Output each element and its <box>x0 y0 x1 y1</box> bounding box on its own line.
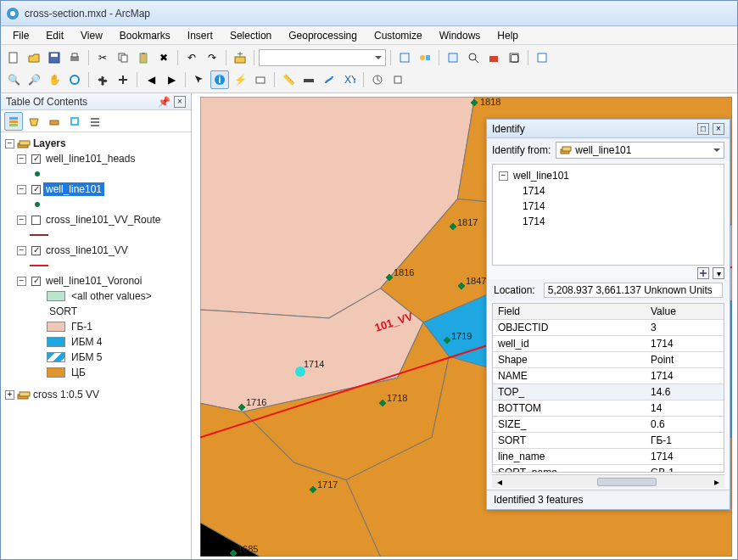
new-doc-button[interactable] <box>4 48 23 67</box>
goto-xy-button[interactable]: XY <box>340 70 359 89</box>
layer-checkbox[interactable] <box>31 154 41 164</box>
layer-checkbox[interactable] <box>31 246 41 255</box>
menu-bookmarks[interactable]: Bookmarks <box>113 28 177 43</box>
prev-extent-button[interactable]: ◀ <box>142 70 160 89</box>
open-button[interactable] <box>25 48 43 67</box>
col-field[interactable]: Field <box>493 304 646 320</box>
toc-close-button[interactable]: × <box>174 96 186 108</box>
scrollbar-thumb[interactable] <box>597 478 657 486</box>
menu-windows[interactable]: Windows <box>433 28 488 43</box>
full-extent-button[interactable] <box>65 70 84 89</box>
identify-title-bar[interactable]: Identify □ × <box>487 120 730 138</box>
list-by-selection-icon[interactable] <box>65 112 84 131</box>
menu-insert[interactable]: Insert <box>181 28 220 43</box>
root-layers[interactable]: Layers <box>31 137 69 150</box>
menu-help[interactable]: Help <box>490 28 525 43</box>
layer-cross-route[interactable]: cross_line101_VV_Route <box>43 213 163 227</box>
identify-tree[interactable]: −well_line101 1714 1714 1714 <box>492 164 724 266</box>
expand-icon[interactable]: − <box>17 246 26 255</box>
layer-well-line101[interactable]: well_line101 <box>43 182 104 196</box>
attr-value: 1714 <box>646 449 724 465</box>
layer-checkbox[interactable] <box>31 216 41 225</box>
zoom-out-button[interactable]: 🔎 <box>25 70 43 89</box>
expand-icon[interactable]: − <box>17 154 26 164</box>
voronoi-v3[interactable]: ИБМ 5 <box>69 350 105 364</box>
catalog-window-icon[interactable] <box>444 48 462 67</box>
editor-toolbar-icon[interactable] <box>395 48 414 67</box>
html-popup-icon[interactable] <box>251 70 270 89</box>
identify-tree-item[interactable]: 1714 <box>520 215 548 228</box>
identify-from-combo[interactable]: well_line101 <box>556 142 724 159</box>
expand-icon[interactable]: − <box>17 185 26 194</box>
expand-icon[interactable]: − <box>499 171 508 181</box>
select-elements-button[interactable] <box>190 70 209 89</box>
find-button[interactable] <box>299 70 318 89</box>
layer-well-heads[interactable]: well_line101_heads <box>43 152 137 165</box>
next-extent-button[interactable]: ▶ <box>162 70 181 89</box>
identify-title: Identify <box>492 123 694 135</box>
add-data-button[interactable]: ＋ <box>231 48 249 67</box>
fixed-zoom-out-icon[interactable] <box>114 70 132 89</box>
map-view[interactable]: 1818 1817 1816 1847 1719 1714 1716 1718 … <box>192 93 737 560</box>
find-route-icon[interactable] <box>320 70 338 89</box>
identify-tree-item[interactable]: 1714 <box>520 199 548 213</box>
hyperlink-icon[interactable]: ⚡ <box>231 70 249 89</box>
attr-value: 3 <box>646 320 724 336</box>
layer-checkbox[interactable] <box>31 277 41 286</box>
search-window-icon[interactable] <box>464 48 483 67</box>
layer-voronoi[interactable]: well_line101_Voronoi <box>43 274 144 288</box>
menu-file[interactable]: File <box>6 28 36 43</box>
print-button[interactable] <box>65 48 84 67</box>
expand-icon[interactable]: − <box>17 216 26 225</box>
paste-button[interactable] <box>134 48 153 67</box>
menu-view[interactable]: View <box>74 28 109 43</box>
identify-location-tool-icon[interactable] <box>697 267 709 279</box>
identify-tree-root[interactable]: well_line101 <box>511 169 572 182</box>
redo-button[interactable]: ↷ <box>203 48 221 67</box>
voronoi-v4[interactable]: ЦБ <box>69 366 88 379</box>
fixed-zoom-in-icon[interactable] <box>93 70 112 89</box>
dataframe-cross[interactable]: cross 1:0.5 VV <box>31 388 102 401</box>
col-value[interactable]: Value <box>646 304 724 320</box>
copy-button[interactable] <box>114 48 132 67</box>
list-by-visibility-icon[interactable] <box>45 112 64 131</box>
delete-button[interactable]: ✖ <box>154 48 173 67</box>
list-by-drawing-order-icon[interactable] <box>4 112 23 131</box>
expand-icon[interactable]: + <box>5 390 14 400</box>
horizontal-scrollbar[interactable]: ◂▸ <box>492 474 724 488</box>
menu-edit[interactable]: Edit <box>39 28 70 43</box>
menu-geoprocessing[interactable]: Geoprocessing <box>282 28 364 43</box>
menu-customize[interactable]: Customize <box>367 28 429 43</box>
list-by-source-icon[interactable] <box>25 112 43 131</box>
python-window-icon[interactable]: ▢ <box>505 48 523 67</box>
identify-more-icon[interactable]: ▾ <box>713 267 724 279</box>
identify-restore-button[interactable]: □ <box>697 123 709 135</box>
measure-icon[interactable]: 📏 <box>279 70 298 89</box>
arc-toolbox-icon[interactable] <box>484 48 503 67</box>
expand-icon[interactable]: − <box>17 277 26 286</box>
identify-attributes-table[interactable]: FieldValue OBJECTID3 well_id1714 ShapePo… <box>492 303 724 473</box>
viewer-window-icon[interactable] <box>389 70 407 89</box>
georeferencing-icon[interactable] <box>533 48 551 67</box>
layer-checkbox[interactable] <box>31 185 41 194</box>
expand-icon[interactable]: − <box>5 139 14 148</box>
toc-options-icon[interactable] <box>86 112 104 131</box>
menu-selection[interactable]: Selection <box>223 28 278 43</box>
zoom-in-button[interactable]: 🔍 <box>4 70 23 89</box>
cut-button[interactable]: ✂ <box>93 48 112 67</box>
identify-close-button[interactable]: × <box>713 123 724 135</box>
model-builder-icon[interactable] <box>416 48 434 67</box>
pan-button[interactable]: ✋ <box>45 70 64 89</box>
identify-tree-item[interactable]: 1714 <box>520 184 548 198</box>
time-slider-icon[interactable] <box>368 70 387 89</box>
voronoi-v2[interactable]: ИБМ 4 <box>69 335 105 349</box>
voronoi-v1[interactable]: ГБ-1 <box>69 320 95 333</box>
identify-button[interactable]: i <box>210 70 229 89</box>
layer-cross-vv[interactable]: cross_line101_VV <box>43 244 131 257</box>
voronoi-default[interactable]: <all other values> <box>69 289 154 303</box>
save-button[interactable] <box>45 48 64 67</box>
toc-tree[interactable]: − Layers −well_line101_heads −well_line1… <box>1 132 191 560</box>
pin-icon[interactable]: 📌 <box>158 96 171 108</box>
undo-button[interactable]: ↶ <box>182 48 201 67</box>
scale-combo[interactable] <box>259 49 386 66</box>
